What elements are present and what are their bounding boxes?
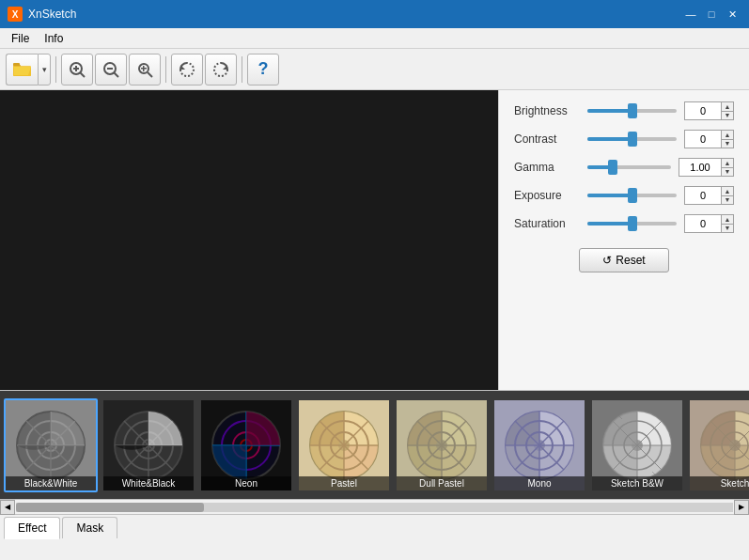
gamma-value[interactable]: 1.00 bbox=[679, 158, 722, 177]
open-button[interactable] bbox=[6, 54, 38, 86]
help-button[interactable]: ? bbox=[247, 54, 279, 86]
rotate-left-button[interactable] bbox=[171, 54, 203, 86]
effect-sketch[interactable]: Sketch bbox=[688, 398, 749, 492]
gamma-slider[interactable] bbox=[587, 160, 671, 175]
saturation-value[interactable]: 0 bbox=[684, 214, 722, 233]
contrast-value[interactable]: 0 bbox=[684, 130, 722, 148]
filmstrip-area: Black&White White&Black bbox=[0, 391, 749, 499]
main-content: Brightness 0 ▲ ▼ Contrast bbox=[0, 90, 749, 391]
rotate-left-icon bbox=[178, 60, 196, 79]
toolbar: ▾ bbox=[0, 49, 749, 90]
exposure-label: Exposure bbox=[514, 189, 580, 202]
close-button[interactable]: ✕ bbox=[723, 5, 741, 23]
effect-whiteblack[interactable]: White&Black bbox=[101, 398, 195, 492]
contrast-slider[interactable] bbox=[587, 132, 677, 147]
reset-button[interactable]: ↺ Reset bbox=[579, 248, 668, 272]
wb-preview-icon bbox=[111, 408, 186, 483]
effect-dullpastel-label: Dull Pastel bbox=[397, 476, 487, 490]
gamma-value-group: 1.00 ▲ ▼ bbox=[679, 158, 734, 177]
contrast-row: Contrast 0 ▲ ▼ bbox=[514, 130, 734, 148]
toolbar-sep-1 bbox=[55, 56, 56, 83]
effect-sketchbw[interactable]: Sketch B&W bbox=[590, 398, 684, 492]
gamma-row: Gamma 1.00 ▲ ▼ bbox=[514, 158, 734, 177]
saturation-down[interactable]: ▼ bbox=[722, 225, 733, 233]
zoom-out-icon bbox=[101, 60, 120, 79]
scroll-thumb[interactable] bbox=[16, 503, 204, 512]
scrollbar-area: ◀ ▶ bbox=[0, 499, 749, 514]
open-dropdown-button[interactable]: ▾ bbox=[38, 54, 51, 86]
brightness-down[interactable]: ▼ bbox=[722, 112, 733, 120]
gamma-down[interactable]: ▼ bbox=[722, 168, 733, 177]
menu-bar: File Info bbox=[0, 28, 749, 49]
contrast-down[interactable]: ▼ bbox=[722, 140, 733, 148]
exposure-slider[interactable] bbox=[587, 188, 677, 203]
menu-info[interactable]: Info bbox=[37, 30, 70, 47]
contrast-up[interactable]: ▲ bbox=[722, 131, 733, 140]
menu-file[interactable]: File bbox=[4, 30, 37, 47]
scroll-right-button[interactable]: ▶ bbox=[734, 500, 749, 515]
title-bar: X XnSketch — □ ✕ bbox=[0, 0, 749, 28]
effect-sketchbw-label: Sketch B&W bbox=[592, 476, 682, 490]
exposure-value[interactable]: 0 bbox=[684, 186, 722, 205]
toolbar-sep-3 bbox=[242, 56, 242, 83]
zoom-in-icon bbox=[68, 60, 86, 79]
saturation-label: Saturation bbox=[514, 217, 580, 230]
filmstrip-scroll[interactable]: Black&White White&Black bbox=[0, 391, 749, 499]
effect-mono[interactable]: Mono bbox=[492, 398, 586, 492]
svg-line-12 bbox=[148, 72, 152, 77]
effect-whiteblack-label: White&Black bbox=[103, 476, 194, 490]
scroll-left-button[interactable]: ◀ bbox=[0, 500, 15, 515]
reset-label: Reset bbox=[616, 254, 645, 267]
title-text: XnSketch bbox=[28, 8, 76, 21]
canvas-area bbox=[0, 90, 498, 390]
open-folder-icon bbox=[13, 61, 32, 78]
app-icon: X bbox=[8, 7, 23, 22]
svg-rect-14 bbox=[143, 66, 145, 71]
rotate-right-icon bbox=[211, 60, 230, 79]
tab-effect[interactable]: Effect bbox=[4, 517, 60, 539]
bw-preview-icon bbox=[13, 408, 88, 483]
mono-preview-icon bbox=[502, 408, 577, 483]
brightness-value-group: 0 ▲ ▼ bbox=[684, 101, 734, 120]
reset-icon: ↺ bbox=[602, 254, 612, 267]
neon-preview-icon bbox=[209, 408, 284, 483]
saturation-value-group: 0 ▲ ▼ bbox=[684, 214, 734, 233]
effect-mono-label: Mono bbox=[494, 476, 585, 490]
svg-rect-3 bbox=[13, 63, 20, 66]
zoom-fit-button[interactable] bbox=[129, 54, 161, 86]
effect-dullpastel[interactable]: Dull Pastel bbox=[395, 398, 489, 492]
brightness-up[interactable]: ▲ bbox=[722, 102, 733, 112]
effect-sketch-label: Sketch bbox=[690, 476, 749, 490]
zoom-out-button[interactable] bbox=[95, 54, 127, 86]
svg-line-10 bbox=[114, 72, 118, 77]
effect-neon-label: Neon bbox=[201, 476, 291, 490]
exposure-down[interactable]: ▼ bbox=[722, 196, 733, 205]
dullpastel-preview-icon bbox=[404, 408, 479, 483]
brightness-value[interactable]: 0 bbox=[684, 101, 722, 120]
saturation-slider[interactable] bbox=[587, 216, 677, 231]
saturation-up[interactable]: ▲ bbox=[722, 215, 733, 225]
rotate-right-button[interactable] bbox=[205, 54, 237, 86]
title-left: X XnSketch bbox=[8, 7, 76, 22]
zoom-in-button[interactable] bbox=[61, 54, 93, 86]
sketch-preview-icon bbox=[697, 408, 749, 483]
tab-mask[interactable]: Mask bbox=[62, 517, 117, 538]
toolbar-sep-2 bbox=[165, 56, 166, 83]
contrast-label: Contrast bbox=[514, 132, 580, 146]
exposure-row: Exposure 0 ▲ ▼ bbox=[514, 186, 734, 205]
saturation-row: Saturation 0 ▲ ▼ bbox=[514, 214, 734, 233]
maximize-button[interactable]: □ bbox=[702, 5, 721, 23]
effect-neon[interactable]: Neon bbox=[199, 398, 293, 492]
brightness-label: Brightness bbox=[514, 104, 580, 117]
effect-pastel-label: Pastel bbox=[299, 476, 389, 490]
gamma-up[interactable]: ▲ bbox=[722, 159, 733, 168]
brightness-slider[interactable] bbox=[587, 103, 677, 118]
minimize-button[interactable]: — bbox=[681, 5, 700, 23]
effect-blackwhite[interactable]: Black&White bbox=[4, 398, 98, 492]
exposure-up[interactable]: ▲ bbox=[722, 187, 733, 196]
effect-pastel[interactable]: Pastel bbox=[297, 398, 391, 492]
pastel-preview-icon bbox=[306, 408, 382, 483]
title-controls: — □ ✕ bbox=[681, 5, 741, 23]
right-panel: Brightness 0 ▲ ▼ Contrast bbox=[498, 90, 749, 390]
scroll-track[interactable] bbox=[16, 503, 733, 512]
